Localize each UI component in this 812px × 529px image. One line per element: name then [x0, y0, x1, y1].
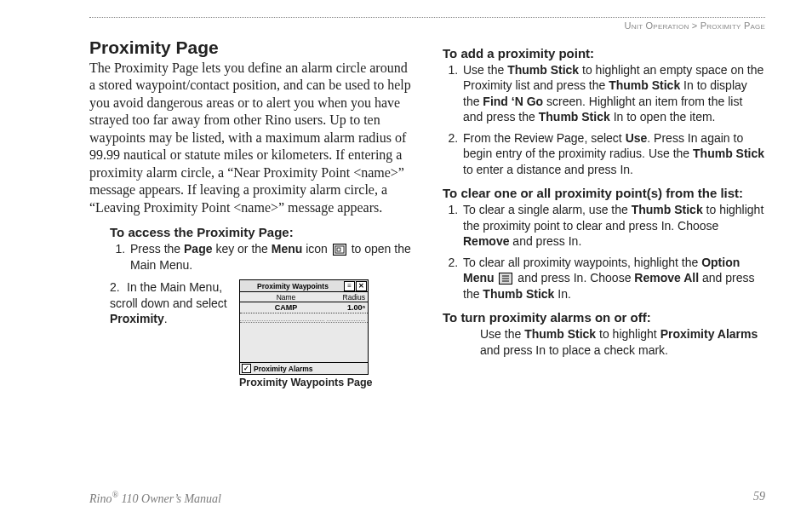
- svg-rect-2: [337, 248, 340, 251]
- page-title: Proximity Page: [89, 37, 412, 58]
- proximity-figure: Proximity Waypoints ≡ ✕ Name Radius CAMP…: [239, 279, 373, 388]
- proximity-alarms-label: Proximity Alarms: [254, 365, 313, 373]
- breadcrumb: Unit Operation > Proximity Page: [89, 20, 765, 31]
- onoff-body: Use the Thumb Stick to highlight Proximi…: [480, 326, 765, 358]
- clear-heading: To clear one or all proximity point(s) f…: [443, 186, 765, 200]
- breadcrumb-section: Unit Operation: [625, 20, 689, 31]
- add-steps: Use the Thumb Stick to highlight an empt…: [443, 62, 765, 177]
- onoff-heading: To turn proximity alarms on or off:: [443, 310, 765, 325]
- screen-menu-button: ≡: [344, 281, 355, 291]
- device-screen: Proximity Waypoints ≡ ✕ Name Radius CAMP…: [239, 279, 369, 375]
- page-footer: Rino® 110 Owner’s Manual 59: [89, 490, 765, 506]
- option-menu-icon: [499, 273, 512, 285]
- breadcrumb-page: Proximity Page: [700, 20, 765, 31]
- screen-close-button: ✕: [356, 281, 367, 291]
- table-row: CAMP 1.00ⁿ: [240, 302, 368, 313]
- add-heading: To add a proximity point:: [443, 46, 765, 60]
- intro-paragraph: The Proximity Page lets you define an al…: [89, 60, 412, 216]
- access-step-2: 2.In the Main Menu, scroll down and sele…: [110, 279, 229, 388]
- page-number: 59: [753, 490, 765, 506]
- access-steps: Press the Page key or the Menu icon to o…: [110, 241, 412, 273]
- clear-step-2: To clear all proximity waypoints, highli…: [461, 255, 765, 302]
- col-radius: Radius: [329, 293, 368, 302]
- left-column: Proximity Page The Proximity Page lets y…: [89, 37, 412, 388]
- figure-caption: Proximity Waypoints Page: [239, 377, 373, 388]
- table-row-empty: [240, 313, 368, 323]
- add-step-1: Use the Thumb Stick to highlight an empt…: [461, 62, 765, 125]
- clear-steps: To clear a single alarm, use the Thumb S…: [443, 202, 765, 302]
- footer-left: Rino® 110 Owner’s Manual: [89, 490, 221, 506]
- menu-icon: [333, 244, 346, 256]
- right-column: To add a proximity point: Use the Thumb …: [443, 37, 765, 388]
- header-rule: [89, 17, 765, 18]
- col-name: Name: [240, 293, 329, 302]
- clear-step-1: To clear a single alarm, use the Thumb S…: [461, 202, 765, 249]
- proximity-alarms-checkbox: ✓: [242, 364, 251, 373]
- breadcrumb-sep: >: [689, 20, 700, 31]
- access-heading: To access the Proximity Page:: [110, 225, 412, 239]
- access-step-1: Press the Page key or the Menu icon to o…: [129, 241, 412, 273]
- add-step-2: From the Review Page, select Use. Press …: [461, 130, 765, 177]
- screen-title: Proximity Waypoints: [241, 282, 343, 290]
